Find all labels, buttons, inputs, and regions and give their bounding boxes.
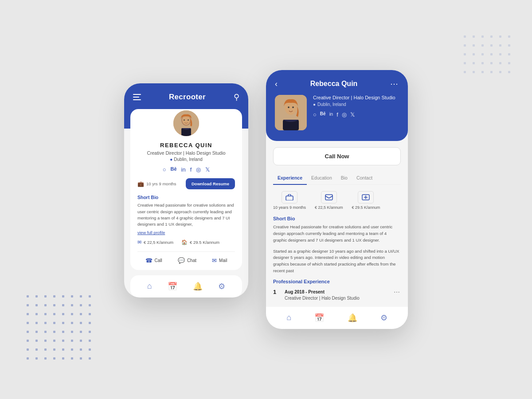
experience-entry: 1 Aug 2018 - Present ⋯ Creative Director… [273,289,401,301]
stat-experience: 10 years 9 months [273,191,306,210]
call-icon: ☎ [145,257,153,264]
screens-wrapper: Recrooter ⚲ [124,70,408,329]
profile2-name: Rebecca Quin [310,80,358,88]
bio-text: Creative Head passionate for creative so… [137,202,235,227]
dot-grid-right: document.currentScript.insertAdjacentHTM… [464,35,514,77]
app-title: Recrooter [169,93,206,102]
bio2-text1: Creative Head passionate for creative so… [273,224,401,243]
facebook2-icon[interactable]: f [336,111,338,118]
chat-button[interactable]: 💬 Chat [178,257,196,264]
nav-bell-icon[interactable]: 🔔 [193,282,203,291]
experience-number: 1 [273,289,280,295]
tabs-row: Experience Education Bio Contact [273,172,401,185]
instagram2-icon[interactable]: ◎ [342,111,347,118]
chat-icon: 💬 [178,257,185,264]
dot-grid-left: document.currentScript.insertAdjacentHTM… [27,295,95,364]
salary-icon: 🏠 [181,239,188,245]
twitter-icon[interactable]: 𝕏 [205,166,210,173]
linkedin2-icon[interactable]: in [329,111,333,118]
profile-title: Creative Director | Halo Design Studio [137,150,235,156]
behance-icon[interactable]: Bē [171,166,177,173]
nav2-home-icon[interactable]: ⌂ [286,313,291,323]
more-options-icon[interactable]: ⋯ [390,79,399,89]
avatar-wrapper [137,109,235,137]
stat-salary-min: € 22,5 K/annum [315,191,343,210]
email-icon: ✉ [137,239,141,245]
nav2-settings-icon[interactable]: ⚙ [380,313,387,323]
mail-icon: ✉ [212,257,217,264]
download-resume-button[interactable]: Download Resume [186,178,235,189]
facebook-icon[interactable]: f [190,166,192,173]
profile2-location: ● Dublin, Ireland [313,102,399,107]
search-icon[interactable]: ⚲ [234,92,239,102]
tab-contact[interactable]: Contact [352,172,377,185]
svg-rect-11 [286,196,293,200]
stats-row: 10 years 9 months € 22,5 K/annum € 29.5 … [273,191,401,210]
phone2-header: ‹ Rebecca Quin ⋯ [266,70,408,141]
briefcase-icon: 💼 [137,181,144,187]
avatar [172,109,200,137]
behance2-icon[interactable]: Bē [320,111,326,118]
social-links: ○ Bē in f ◎ 𝕏 [137,166,235,173]
website2-icon[interactable]: ○ [313,111,317,118]
linkedin-icon[interactable]: in [181,166,186,173]
short-bio2-title: Short Bio [273,216,401,221]
bio2-text2: Started as a graphic designer 10 years a… [273,248,401,274]
nav-calendar-icon[interactable]: 📅 [168,282,177,291]
salary-max: 🏠 € 29.5 K/annum [181,239,219,245]
profile-name: REBECCA QUIN [137,142,235,149]
phone2: ‹ Rebecca Quin ⋯ [266,70,408,329]
profile2-row: Creative Director | Halo Design Studio ●… [275,95,399,130]
svg-point-3 [184,120,185,121]
instagram-icon[interactable]: ◎ [196,166,201,173]
experience-label: 💼 10 yrs 9 months [137,181,176,187]
profile-location: ● Dublin, Ireland [137,157,235,162]
experience-details: Aug 2018 - Present ⋯ Creative Director |… [285,289,401,301]
exp-date: Aug 2018 - Present [285,289,325,294]
salary-min: ✉ € 22,5 K/annum [137,239,173,245]
short-bio-title: Short Bio [137,195,235,200]
phone2-header-top: ‹ Rebecca Quin ⋯ [275,79,399,89]
experience-row: 💼 10 yrs 9 months Download Resume [137,178,235,189]
avatar2 [275,95,307,130]
nav2-calendar-icon[interactable]: 📅 [314,313,324,323]
professional-experience-title: Professional Experience [273,279,401,284]
exp-more-icon[interactable]: ⋯ [394,289,401,296]
call-now-button[interactable]: Call Now [273,147,401,165]
svg-point-8 [288,107,289,109]
divider [137,251,235,252]
nav-settings-icon[interactable]: ⚙ [218,282,225,291]
call-button[interactable]: ☎ Call [145,257,162,264]
salary-row: ✉ € 22,5 K/annum 🏠 € 29.5 K/annum [137,239,235,245]
view-full-profile-link[interactable]: view full profile [137,230,235,235]
exp-date-row: Aug 2018 - Present ⋯ [285,289,401,296]
svg-rect-12 [325,195,332,200]
profile2-job-title: Creative Director | Halo Design Studio [313,95,399,100]
stat-salary-max: € 29.5 K/annum [352,191,380,210]
phone1: Recrooter ⚲ [124,83,248,297]
briefcase2-icon [282,191,297,203]
mail-button[interactable]: ✉ Mail [212,257,227,264]
profile-card: REBECCA QUIN Creative Director | Halo De… [130,109,242,270]
tab-education[interactable]: Education [307,172,336,185]
website-icon[interactable]: ○ [163,166,166,173]
location2-pin-icon: ● [313,102,316,107]
tab-bio[interactable]: Bio [336,172,352,185]
bottom-nav: ⌂ 📅 🔔 ⚙ [130,275,242,297]
menu-icon[interactable] [133,94,141,100]
social2-links: ○ Bē in f ◎ 𝕏 [313,111,399,118]
svg-point-4 [188,120,189,121]
exp-job-title: Creative Director | Halo Design Studio [285,296,401,301]
back-icon[interactable]: ‹ [275,79,278,89]
profile2-info: Creative Director | Halo Design Studio ●… [313,95,399,118]
location-pin-icon: ● [170,157,172,162]
salary2-icon [358,191,374,203]
tab-experience[interactable]: Experience [273,172,307,185]
twitter2-icon[interactable]: 𝕏 [350,111,355,118]
email2-icon [321,191,337,203]
phone2-body: Call Now Experience Education Bio Contac… [266,141,408,306]
svg-point-9 [292,107,294,109]
nav2-bell-icon[interactable]: 🔔 [348,313,357,323]
nav-home-icon[interactable]: ⌂ [147,282,152,291]
phone2-bottom-nav: ⌂ 📅 🔔 ⚙ [266,307,408,329]
